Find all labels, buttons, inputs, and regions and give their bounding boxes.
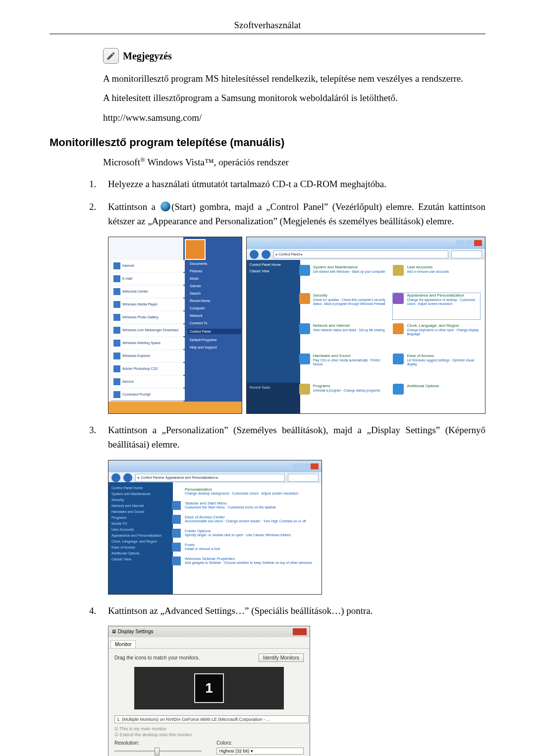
monitor-arrangement[interactable]: 1 <box>134 667 284 709</box>
control-panel-category[interactable]: Additional Options <box>393 384 480 408</box>
control-panel-category[interactable]: User AccountsAdd or remove user accounts <box>393 265 480 289</box>
pers-side-item[interactable]: Network and Internet <box>111 504 170 507</box>
start-menu-item[interactable]: Windows Explorer <box>111 350 185 362</box>
start-menu-right-item[interactable]: Games <box>190 284 241 288</box>
pers-side-item[interactable]: Clock, Language, and Region <box>111 540 170 543</box>
start-menu-right-item[interactable]: Control Panel <box>188 329 241 334</box>
colors-label: Colors: <box>216 740 304 746</box>
pers-side-item[interactable]: Ease of Access <box>111 546 170 549</box>
control-panel-category[interactable]: Appearance and PersonalizationChange the… <box>393 293 480 319</box>
pencil-note-icon <box>103 48 119 64</box>
checkbox-extend-desktop[interactable]: ☑ Extend the desktop onto this monitor <box>114 732 304 737</box>
start-menu-right-item[interactable]: Search <box>190 292 241 295</box>
start-menu-item[interactable]: Adobe Photoshop CS2 <box>111 363 185 375</box>
personalization-sidebar: Control Panel HomeSystem and Maintenance… <box>108 482 173 594</box>
note-paragraph-1: A monitorillesztő program MS hitelesítés… <box>103 71 485 86</box>
start-menu-item[interactable]: Windows Meeting Space <box>111 337 185 349</box>
colors-dropdown[interactable]: Highest (32 bit) ▾ <box>216 748 304 755</box>
start-menu-right-item[interactable]: Recent Items <box>190 299 241 302</box>
start-menu-item[interactable]: Internet <box>111 260 185 272</box>
start-menu-item[interactable]: Command Prompt <box>111 389 185 401</box>
start-menu-item[interactable]: Windows Media Player <box>111 299 185 310</box>
start-menu-right-item[interactable]: Network <box>190 314 241 317</box>
control-panel-category[interactable]: Network and InternetView network status … <box>299 323 386 350</box>
control-panel-category[interactable]: System and MaintenanceGet started with W… <box>299 265 386 289</box>
display-settings-dialog: 🖥 Display Settings Monitor Drag the icon… <box>108 626 310 756</box>
start-menu-item[interactable]: AeroUx <box>111 376 185 388</box>
maximize-icon[interactable] <box>465 240 473 246</box>
search-box[interactable] <box>288 474 319 482</box>
start-menu-right-item[interactable]: Help and Support <box>190 346 241 349</box>
personalization-item[interactable]: FontsInstall or remove a font <box>172 543 317 552</box>
control-panel-category[interactable]: Ease of AccessLet Windows suggest settin… <box>393 353 480 380</box>
personalization-item[interactable]: PersonalizationChange desktop background… <box>172 487 317 496</box>
step-2: Kattintson a (Start) gombra, majd a „Con… <box>108 200 485 229</box>
figure-display-settings: 🖥 Display Settings Monitor Drag the icon… <box>108 626 485 756</box>
monitor-dropdown[interactable]: 1. (Multiple Monitors) on NVIDIA GeForce… <box>114 715 309 723</box>
control-panel-category[interactable]: Hardware and SoundPlay CDs or other medi… <box>299 353 386 380</box>
minimize-icon[interactable] <box>456 240 464 246</box>
maximize-icon[interactable] <box>302 463 310 469</box>
personalization-item[interactable]: Taskbar and Start MenuCustomize the Star… <box>172 501 317 510</box>
resolution-slider[interactable]: Low High <box>114 747 202 756</box>
tab-monitor[interactable]: Monitor <box>110 640 136 648</box>
pers-side-item[interactable]: User Accounts <box>111 528 170 531</box>
start-menu-right-item[interactable]: Music <box>190 277 241 280</box>
personalization-item[interactable]: Windows Sidebar PropertiesAdd gadgets to… <box>172 556 317 565</box>
figure-personalization: ▸ Control Panel ▸ Appearance and Persona… <box>108 460 485 595</box>
monitor-1-icon[interactable]: 1 <box>194 673 224 703</box>
checkbox-main-monitor[interactable]: ☑ This is my main monitor <box>114 726 304 731</box>
forward-icon[interactable] <box>123 473 132 482</box>
search-box[interactable] <box>451 251 482 258</box>
forward-icon[interactable] <box>262 250 270 259</box>
start-menu-right-item[interactable]: Computer <box>190 306 241 310</box>
note-paragraph-2: A hitelesített illesztőprogram a Samsung… <box>103 90 485 105</box>
start-menu-item[interactable]: Windows Photo Gallery <box>111 311 185 323</box>
back-icon[interactable] <box>111 473 120 482</box>
start-menu-mock: InternetE-mailWelcome CenterWindows Medi… <box>108 237 242 414</box>
start-menu-item[interactable]: E-mail <box>111 273 185 285</box>
control-panel-category[interactable]: Clock, Language, and RegionChange keyboa… <box>393 323 480 350</box>
step-number: 1. <box>89 177 108 191</box>
pers-side-item[interactable]: System and Maintenance <box>111 492 170 496</box>
drag-hint: Drag the icons to match your monitors. <box>114 655 200 660</box>
start-menu-right-item[interactable]: Pictures <box>190 269 241 273</box>
step-4: Kattintson az „Advanced Settings…” (Spec… <box>108 604 485 618</box>
step-number: 4. <box>89 604 108 618</box>
back-icon[interactable] <box>250 250 259 259</box>
pers-side-item[interactable]: Mobile PC <box>111 522 170 525</box>
step-3: Kattintson a „Personalization” (Személye… <box>108 423 485 452</box>
personalization-item[interactable]: Ease of Access CenterAccommodate low vis… <box>172 515 317 524</box>
resolution-label: Resolution: <box>114 740 202 746</box>
pers-side-item[interactable]: Control Panel Home <box>111 486 170 490</box>
pers-side-item[interactable]: Programs <box>111 516 170 519</box>
pers-side-item[interactable]: Appearance and Personalization <box>111 534 170 537</box>
start-menu-item[interactable]: Welcome Center <box>111 286 185 298</box>
personalization-mock: ▸ Control Panel ▸ Appearance and Persona… <box>108 460 322 595</box>
user-avatar-icon <box>185 239 206 260</box>
address-bar[interactable]: ▸ Control Panel ▸ Appearance and Persona… <box>135 474 285 482</box>
intro-line: Microsoft® Windows Vista™, operációs ren… <box>103 156 485 168</box>
personalization-item[interactable]: Folder OptionsSpecify single- or double-… <box>172 529 317 538</box>
control-panel-category[interactable]: ProgramsUninstall a program · Change sta… <box>299 384 386 408</box>
start-menu-right-item[interactable]: Connect To <box>190 321 241 325</box>
minimize-icon[interactable] <box>293 463 301 469</box>
step-number: 3. <box>89 423 108 437</box>
control-panel-category[interactable]: SecurityCheck for updates · Check this c… <box>299 293 386 319</box>
start-menu-right-item[interactable]: Documents <box>190 262 241 265</box>
note-url: http://www.samsung.com/ <box>103 110 485 125</box>
address-bar[interactable]: ▸ Control Panel ▸ <box>273 251 448 258</box>
step-number: 2. <box>89 200 108 214</box>
start-menu-right-item[interactable]: Default Programs <box>190 338 241 342</box>
close-icon[interactable] <box>474 240 482 246</box>
start-menu-item[interactable]: Windows Live Messenger Download <box>111 324 185 336</box>
pers-side-item[interactable]: Additional Options <box>111 552 170 555</box>
close-icon[interactable] <box>293 628 307 635</box>
step-1: Helyezze a használati útmutatót tartalma… <box>108 177 485 191</box>
identify-monitors-button[interactable]: Identify Monitors <box>259 654 304 662</box>
pers-side-item[interactable]: Hardware and Sound <box>111 510 170 513</box>
close-icon[interactable] <box>311 463 319 469</box>
pers-side-item[interactable]: Classic View <box>111 557 170 561</box>
dialog-title: 🖥 Display Settings <box>111 629 153 634</box>
pers-side-item[interactable]: Security <box>111 498 170 502</box>
